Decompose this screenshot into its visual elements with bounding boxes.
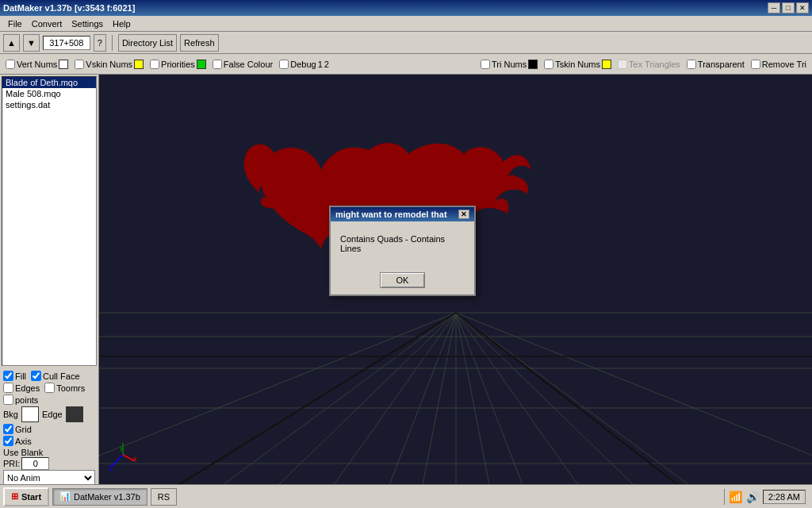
rs-label: RS — [158, 492, 170, 502]
grid-label: Grid — [15, 425, 32, 434]
vert-nums-checkbox[interactable] — [6, 60, 15, 69]
maximize-button[interactable]: □ — [782, 2, 795, 13]
taskbar-app-button[interactable]: 📊 DatMaker v1.37b — [52, 488, 147, 506]
points-checkbox[interactable] — [3, 394, 13, 405]
menu-convert[interactable]: Convert — [27, 17, 67, 30]
tskin-nums-label: Tskin Nums — [555, 60, 600, 69]
grid-checkbox[interactable] — [3, 424, 13, 434]
priorities-checkbox-group: Priorities — [150, 60, 206, 69]
false-colour-label: False Colour — [224, 60, 273, 69]
dialog: might want to remodel that ✕ Contains Qu… — [329, 206, 476, 296]
file-list[interactable]: Blade of Deth.mqo Male 508.mqo settings.… — [2, 76, 97, 366]
axis-row: Axis — [3, 436, 95, 446]
pri-row: PRI: — [3, 457, 95, 470]
anim-select[interactable]: No Anim — [3, 470, 95, 486]
volume-icon[interactable]: 🔊 — [745, 489, 761, 505]
z-axis-label: Z — [109, 464, 113, 471]
bkg-label: Bkg — [3, 410, 18, 419]
start-label: Start — [21, 492, 41, 502]
toomrs-label: Toomrs — [56, 383, 85, 393]
taskbar: ⊞ Start 📊 DatMaker v1.37b RS 📶 🔊 2:28 AM — [0, 484, 812, 508]
ok-button[interactable]: OK — [380, 272, 426, 288]
cull-face-checkbox[interactable] — [31, 371, 41, 381]
pri-input[interactable] — [21, 457, 49, 470]
transparent-checkbox[interactable] — [687, 60, 696, 69]
tskin-nums-checkbox-group: Tskin Nums — [544, 60, 611, 69]
file-item-1[interactable]: Male 508.mqo — [2, 88, 96, 99]
tri-nums-checkbox-group: Tri Nums — [481, 60, 538, 69]
tri-nums-checkbox[interactable] — [481, 60, 490, 69]
use-blank-row: Use Blank — [3, 448, 95, 457]
vert-nums-color — [59, 60, 68, 69]
start-button[interactable]: ⊞ Start — [3, 487, 49, 506]
vskin-nums-label: Vskin Nums — [86, 60, 132, 69]
taskbar-rs-button[interactable]: RS — [151, 488, 177, 506]
refresh-button[interactable]: Refresh — [180, 34, 219, 52]
edges-checkbox-group: Edges — [3, 383, 40, 393]
resolution-input[interactable] — [43, 36, 90, 50]
network-icon[interactable]: 📶 — [728, 489, 744, 505]
viewport[interactable]: Z y x might want to remodel that ✕ Conta… — [99, 75, 812, 505]
priorities-label: Priorities — [161, 60, 195, 69]
sidebar: Blade of Deth.mqo Male 508.mqo settings.… — [0, 75, 99, 505]
axis-indicator: Z y x — [107, 439, 139, 473]
vert-nums-checkbox-group: Vert Nums — [6, 60, 68, 69]
edges-toomrs-row: Edges Toomrs — [3, 383, 95, 393]
down-arrow-button[interactable]: ▼ — [23, 34, 40, 52]
tskin-nums-color — [602, 60, 611, 69]
bkg-color-swatch[interactable] — [21, 406, 39, 422]
window-controls: ─ □ ✕ — [768, 2, 809, 13]
false-colour-checkbox[interactable] — [213, 60, 222, 69]
cull-face-label: Cull Face — [43, 371, 79, 381]
cull-face-checkbox-group: Cull Face — [31, 371, 79, 381]
dialog-close-button[interactable]: ✕ — [458, 210, 469, 219]
menu-file[interactable]: File — [3, 17, 27, 30]
remove-tri-checkbox-group: Remove Tri — [751, 60, 806, 69]
axis-checkbox[interactable] — [3, 436, 13, 446]
debug-val2: 2 — [324, 60, 329, 69]
system-tray: 📶 🔊 2:28 AM — [724, 489, 809, 505]
question-button[interactable]: ? — [94, 34, 106, 52]
file-item-0[interactable]: Blade of Deth.mqo — [2, 77, 96, 88]
bkg-edge-row: Bkg Edge — [3, 406, 95, 422]
menu-help[interactable]: Help — [108, 17, 136, 30]
vskin-nums-color — [134, 60, 144, 69]
transparent-checkbox-group: Transparent — [687, 60, 745, 69]
grid-row: Grid — [3, 424, 95, 434]
debug-val1: 1 — [318, 60, 323, 69]
false-colour-checkbox-group: False Colour — [213, 60, 273, 69]
close-button[interactable]: ✕ — [796, 2, 809, 13]
priorities-checkbox[interactable] — [150, 60, 159, 69]
debug-checkbox[interactable] — [279, 60, 289, 69]
file-item-2[interactable]: settings.dat — [2, 99, 96, 110]
debug-checkbox-group: Debug 1 2 — [279, 60, 329, 69]
y-axis-label: y — [120, 444, 124, 452]
edges-checkbox[interactable] — [3, 383, 13, 393]
tskin-nums-checkbox[interactable] — [544, 60, 553, 69]
axis-label: Axis — [15, 437, 32, 446]
pri-label: PRI: — [3, 459, 20, 468]
tri-nums-color — [528, 60, 538, 69]
minimize-button[interactable]: ─ — [768, 2, 780, 13]
titlebar: DatMaker v1.37b [v:3543 f:6021] ─ □ ✕ — [0, 0, 812, 16]
up-arrow-button[interactable]: ▲ — [3, 34, 20, 52]
transparent-label: Transparent — [698, 60, 745, 69]
dialog-footer: OK — [331, 266, 474, 294]
edge-label: Edge — [42, 410, 63, 419]
vert-nums-label: Vert Nums — [17, 60, 57, 69]
tex-triangles-checkbox[interactable] — [618, 60, 627, 69]
vskin-nums-checkbox[interactable] — [75, 60, 84, 69]
fill-checkbox[interactable] — [3, 371, 13, 381]
points-checkbox-group: points — [3, 394, 38, 405]
edge-color-swatch[interactable] — [66, 406, 83, 422]
app-label: DatMaker v1.37b — [74, 492, 140, 502]
main-area: Blade of Deth.mqo Male 508.mqo settings.… — [0, 75, 812, 505]
app-icon: 📊 — [59, 491, 71, 502]
toomrs-checkbox[interactable] — [44, 383, 55, 393]
menu-settings[interactable]: Settings — [67, 17, 108, 30]
dialog-title: might want to remodel that — [335, 210, 447, 219]
directory-list-button[interactable]: Directory List — [118, 34, 177, 52]
toolbar: ▲ ▼ ? Directory List Refresh — [0, 32, 812, 54]
tri-nums-label: Tri Nums — [492, 60, 527, 69]
remove-tri-checkbox[interactable] — [751, 60, 760, 69]
